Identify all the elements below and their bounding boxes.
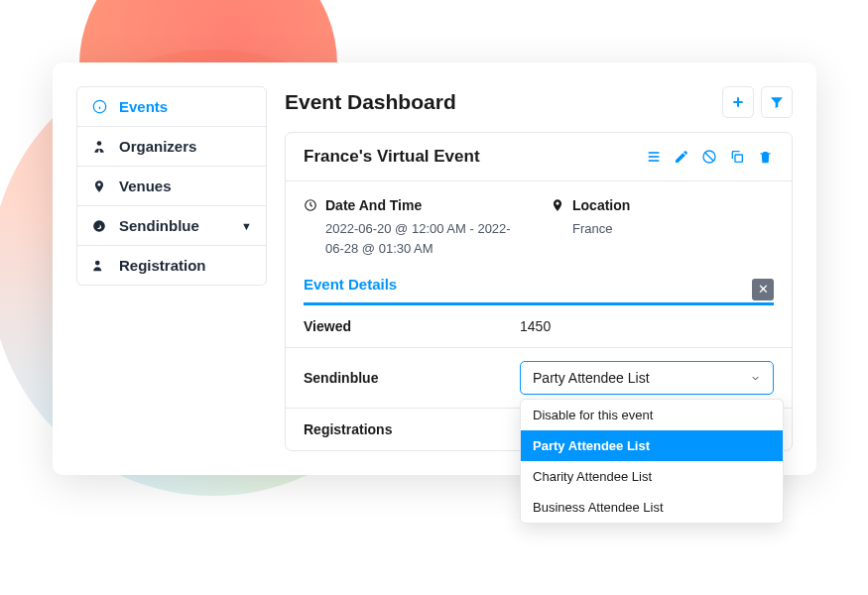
detail-row-viewed: Viewed 1450 <box>286 305 792 348</box>
copy-icon[interactable] <box>728 148 746 166</box>
filter-icon <box>769 94 785 110</box>
chevron-down-icon: ▼ <box>241 220 252 232</box>
filter-button[interactable] <box>761 86 793 118</box>
page-title: Event Dashboard <box>285 90 456 114</box>
add-button[interactable] <box>722 86 754 118</box>
location-col: Location France <box>551 197 774 258</box>
date-label: Date And Time <box>304 197 527 213</box>
date-col: Date And Time 2022-06-20 @ 12:00 AM - 20… <box>304 197 527 258</box>
svg-point-4 <box>95 260 100 265</box>
info-icon <box>91 99 107 115</box>
close-button[interactable]: ✕ <box>752 279 774 300</box>
svg-rect-12 <box>735 155 742 162</box>
location-value: France <box>551 219 774 239</box>
plus-icon <box>730 94 746 110</box>
info-row: Date And Time 2022-06-20 @ 12:00 AM - 20… <box>286 181 792 270</box>
sidebar-item-events[interactable]: Events <box>77 87 266 127</box>
svg-line-11 <box>705 153 714 162</box>
event-card: France's Virtual Event <box>285 132 793 451</box>
dropdown-option[interactable]: Charity Attendee List <box>521 461 783 492</box>
sidebar-item-label: Registration <box>119 257 206 274</box>
sidebar-item-organizers[interactable]: Organizers <box>77 127 266 167</box>
header-actions <box>722 86 793 118</box>
list-icon[interactable] <box>645 148 663 166</box>
registrations-label: Registrations <box>304 421 520 437</box>
viewed-label: Viewed <box>304 318 520 334</box>
trash-icon[interactable] <box>756 148 774 166</box>
main-header: Event Dashboard <box>285 86 793 118</box>
sidebar-item-label: Events <box>119 98 168 115</box>
app-window: Events Organizers Venues Sendinblue ▼ <box>53 62 816 475</box>
registration-icon <box>91 258 107 274</box>
sidebar-item-label: Sendinblue <box>119 217 199 234</box>
sendinblue-icon <box>91 218 107 234</box>
sendinblue-label: Sendinblue <box>304 370 520 386</box>
dropdown-option[interactable]: Disable for this event <box>521 400 783 430</box>
dropdown-option[interactable]: Party Attendee List <box>521 430 783 461</box>
sidebar-item-registration[interactable]: Registration <box>77 246 266 285</box>
dropdown-menu: Disable for this event Party Attendee Li… <box>520 399 784 524</box>
select-value: Party Attendee List <box>533 370 650 386</box>
select-wrapper: Party Attendee List Disable for this eve… <box>520 361 774 395</box>
chevron-down-icon <box>750 373 761 384</box>
details-title: Event Details <box>304 276 397 302</box>
date-value: 2022-06-20 @ 12:00 AM - 2022-06-28 @ 01:… <box>304 219 527 258</box>
map-pin-icon <box>91 178 107 194</box>
detail-row-sendinblue: Sendinblue Party Attendee List Disable f… <box>286 348 792 409</box>
dropdown-option[interactable]: Business Attendee List <box>521 492 783 523</box>
viewed-value: 1450 <box>520 318 551 334</box>
ban-icon[interactable] <box>700 148 718 166</box>
main-content: Event Dashboard France's Virtual Event <box>285 86 793 451</box>
sendinblue-select[interactable]: Party Attendee List <box>520 361 774 395</box>
user-tie-icon <box>91 139 107 155</box>
sidebar: Events Organizers Venues Sendinblue ▼ <box>76 86 267 451</box>
close-icon: ✕ <box>758 282 769 297</box>
clock-icon <box>304 198 317 212</box>
details-header: Event Details ✕ <box>286 276 792 302</box>
edit-icon[interactable] <box>673 148 690 166</box>
sidebar-item-sendinblue[interactable]: Sendinblue ▼ <box>77 206 266 246</box>
sidebar-item-label: Venues <box>119 178 172 194</box>
card-header: France's Virtual Event <box>286 133 792 181</box>
card-actions <box>645 148 774 166</box>
location-label: Location <box>551 197 774 213</box>
sidebar-item-label: Organizers <box>119 138 196 155</box>
event-title: France's Virtual Event <box>304 147 480 167</box>
location-pin-icon <box>551 198 564 212</box>
sidebar-list: Events Organizers Venues Sendinblue ▼ <box>76 86 267 286</box>
svg-point-3 <box>97 141 102 146</box>
sidebar-item-venues[interactable]: Venues <box>77 167 266 206</box>
